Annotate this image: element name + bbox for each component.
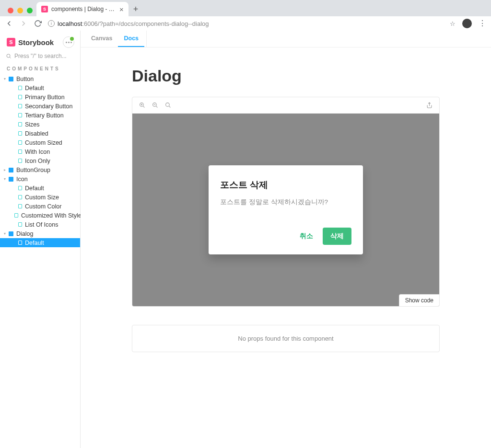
sidebar-item-label: Disabled — [25, 130, 48, 137]
story-icon — [18, 140, 22, 145]
sidebar-item-label: Custom Color — [25, 203, 61, 210]
story-icon — [14, 213, 18, 218]
sidebar-item-icon[interactable]: ▾Icon — [0, 174, 80, 184]
story-icon — [18, 204, 22, 208]
sidebar-item-default[interactable]: Default — [0, 184, 80, 193]
site-info-icon[interactable]: i — [48, 20, 55, 27]
sidebar-item-custom-sized[interactable]: Custom Sized — [0, 138, 80, 147]
sidebar-menu-button[interactable] — [63, 36, 74, 48]
sidebar-item-label: Tertiary Button — [25, 112, 64, 119]
sidebar-item-default[interactable]: Default — [0, 83, 80, 92]
doc-scroll[interactable]: Dialog 포스트 삭제 포스트를 정말로 삭제하시겠습니까? — [81, 47, 491, 448]
brand-logo[interactable]: S Storybook — [7, 38, 54, 46]
browser-menu-icon[interactable]: ⋮ — [479, 20, 486, 27]
sidebar-item-label: List Of Icons — [25, 221, 58, 228]
component-icon — [9, 177, 13, 182]
expand-icon: ▾ — [4, 177, 8, 181]
component-icon — [9, 231, 13, 236]
sidebar-item-label: Customized With Style — [21, 212, 82, 219]
dialog-body: 포스트를 정말로 삭제하시겠습니까? — [220, 198, 351, 207]
sidebar-item-tertiary-button[interactable]: Tertiary Button — [0, 111, 80, 120]
cancel-button[interactable]: 취소 — [297, 228, 316, 245]
story-icon — [18, 186, 22, 190]
component-icon — [9, 77, 13, 81]
search-icon — [6, 53, 12, 59]
preview-toolbar — [132, 97, 439, 114]
search-input[interactable]: Press "/" to search... — [6, 53, 74, 59]
preview-stage: 포스트 삭제 포스트를 정말로 삭제하시겠습니까? 취소 삭제 — [132, 114, 439, 306]
confirm-button[interactable]: 삭제 — [323, 228, 351, 245]
storybook-icon: S — [7, 38, 15, 46]
dialog: 포스트 삭제 포스트를 정말로 삭제하시겠습니까? 취소 삭제 — [209, 165, 363, 254]
profile-avatar[interactable] — [462, 19, 472, 28]
sidebar-item-button[interactable]: ▾Button — [0, 74, 80, 83]
svg-point-0 — [7, 54, 10, 57]
brand-name: Storybook — [18, 38, 54, 46]
sidebar-item-list-of-icons[interactable]: List Of Icons — [0, 220, 80, 229]
sidebar-item-sizes[interactable]: Sizes — [0, 120, 80, 129]
sidebar-item-label: Custom Sized — [25, 139, 62, 146]
minimize-window-button[interactable] — [17, 8, 23, 13]
story-icon — [18, 149, 22, 154]
sidebar-item-with-icon[interactable]: With Icon — [0, 147, 80, 156]
no-props-message: No props found for this component — [238, 335, 333, 342]
props-panel: No props found for this component — [132, 325, 440, 352]
doc-content: Dialog 포스트 삭제 포스트를 정말로 삭제하시겠습니까? — [132, 67, 440, 352]
sidebar-item-label: ButtonGroup — [16, 167, 50, 173]
tabs-divider — [146, 31, 147, 47]
browser-chrome: S components | Dialog - Dialog × + i loc… — [0, 0, 491, 31]
sidebar-item-label: Dialog — [16, 230, 33, 237]
reload-button[interactable] — [34, 19, 42, 28]
sidebar-item-label: Button — [16, 76, 34, 82]
story-icon — [18, 122, 22, 126]
svg-point-3 — [166, 103, 170, 107]
favicon-icon: S — [41, 6, 48, 12]
sidebar: S Storybook Press "/" to search... COMPO… — [0, 31, 81, 448]
new-tab-button[interactable]: + — [129, 4, 143, 16]
story-icon — [18, 86, 22, 90]
sidebar-item-label: Secondary Button — [25, 103, 72, 110]
zoom-reset-icon[interactable] — [165, 102, 171, 108]
open-external-icon[interactable] — [426, 102, 433, 108]
sidebar-item-customized-with-style[interactable]: Customized With Style — [0, 211, 80, 220]
sidebar-item-label: Icon Only — [25, 158, 50, 164]
dialog-actions: 취소 삭제 — [220, 228, 351, 245]
dialog-title: 포스트 삭제 — [220, 179, 351, 191]
expand-icon: ▸ — [4, 168, 8, 172]
sidebar-item-primary-button[interactable]: Primary Button — [0, 92, 80, 102]
sidebar-item-disabled[interactable]: Disabled — [0, 129, 80, 138]
browser-tab[interactable]: S components | Dialog - Dialog × — [36, 2, 129, 16]
sidebar-item-custom-size[interactable]: Custom Size — [0, 193, 80, 202]
sidebar-item-icon-only[interactable]: Icon Only — [0, 156, 80, 165]
story-icon — [18, 104, 22, 108]
component-icon — [9, 168, 13, 172]
sidebar-item-custom-color[interactable]: Custom Color — [0, 202, 80, 211]
tab-docs[interactable]: Docs — [118, 31, 144, 47]
tab-title: components | Dialog - Dialog — [51, 6, 116, 12]
close-tab-icon[interactable]: × — [119, 6, 124, 13]
main: Canvas Docs Dialog 포스트 삭제 — [81, 31, 491, 448]
tab-canvas[interactable]: Canvas — [85, 31, 118, 47]
zoom-in-icon[interactable] — [139, 102, 145, 108]
preview-card: 포스트 삭제 포스트를 정말로 삭제하시겠습니까? 취소 삭제 Show cod… — [132, 97, 440, 307]
tab-strip: S components | Dialog - Dialog × + — [0, 0, 491, 16]
story-icon — [18, 95, 22, 99]
sidebar-item-dialog[interactable]: ▾Dialog — [0, 229, 80, 238]
sidebar-item-buttongroup[interactable]: ▸ButtonGroup — [0, 165, 80, 174]
maximize-window-button[interactable] — [27, 8, 33, 13]
back-button[interactable] — [5, 19, 13, 28]
sidebar-item-default[interactable]: Default — [0, 238, 80, 247]
close-window-button[interactable] — [8, 8, 13, 13]
app: S Storybook Press "/" to search... COMPO… — [0, 31, 491, 448]
sidebar-item-secondary-button[interactable]: Secondary Button — [0, 102, 80, 111]
show-code-button[interactable]: Show code — [399, 294, 439, 306]
sidebar-item-label: Default — [25, 85, 44, 92]
sidebar-item-label: With Icon — [25, 149, 50, 155]
window-controls — [5, 8, 36, 16]
bookmark-icon[interactable]: ☆ — [450, 20, 456, 27]
url-field[interactable]: i localhost:6006/?path=/docs/components-… — [48, 20, 444, 27]
zoom-out-icon[interactable] — [152, 102, 158, 108]
forward-button[interactable] — [19, 19, 28, 28]
address-bar: i localhost:6006/?path=/docs/components-… — [0, 16, 491, 31]
story-icon — [18, 195, 22, 199]
